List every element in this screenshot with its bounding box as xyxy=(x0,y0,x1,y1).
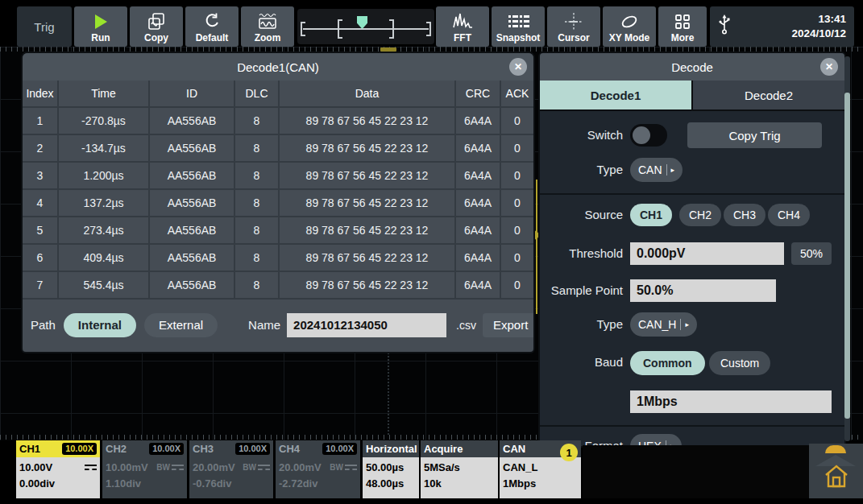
trigger-level-line[interactable] xyxy=(536,180,537,314)
tab-decode1[interactable]: Decode1 xyxy=(540,81,691,109)
source-ch3-button[interactable]: CH3 xyxy=(724,204,765,226)
ch1-probe-badge: 10.00X xyxy=(62,443,97,455)
run-button[interactable]: Run xyxy=(74,6,127,47)
drawer-handle-icon[interactable] xyxy=(825,445,846,453)
timebase-value: 50.00µs xyxy=(366,460,404,477)
sample-point-label: Sample Point xyxy=(542,279,623,302)
cursor-label: Cursor xyxy=(558,32,589,43)
ch4-probe-badge: 10.00X xyxy=(322,443,357,455)
top-tick-ruler xyxy=(0,47,863,52)
path-internal-button[interactable]: Internal xyxy=(64,313,136,337)
export-button[interactable]: Export xyxy=(483,313,533,337)
dc-coupling-icon xyxy=(345,465,357,471)
trig-label: Trig xyxy=(34,20,54,34)
can-signal-value: CAN_L xyxy=(503,460,537,477)
clock-panel[interactable]: 13:41 2024/10/12 xyxy=(710,6,854,47)
trigger-position-marker[interactable] xyxy=(380,48,396,52)
name-label: Name xyxy=(248,318,280,332)
trig-button[interactable]: Trig xyxy=(17,6,72,47)
can-baud-value: 1Mbps xyxy=(503,476,536,493)
play-icon xyxy=(95,11,107,32)
channel1-tile[interactable]: CH1 10.00X 10.00V 0.00div xyxy=(16,440,100,498)
copy-label: Copy xyxy=(144,32,168,43)
table-row[interactable]: 5 273.4µs AA556AB 8 89 78 67 56 45 22 23… xyxy=(23,217,533,245)
copy-button[interactable]: Copy xyxy=(130,6,183,47)
cursor-crosshair-icon xyxy=(564,11,583,32)
zoom-waveform-icon xyxy=(257,11,278,32)
cursor-button[interactable]: Cursor xyxy=(547,6,600,47)
zoom-label: Zoom xyxy=(255,32,281,43)
more-grid-icon xyxy=(674,11,691,32)
switch-label: Switch xyxy=(542,123,623,147)
dc-coupling-icon xyxy=(85,465,97,471)
baud-common-button[interactable]: Common xyxy=(630,351,705,375)
horizontal-tile[interactable]: Horizontal 50.00µs 48.00µs xyxy=(363,440,419,498)
filename-input[interactable] xyxy=(287,313,446,337)
table-header-row: Index Time ID DLC Data CRC ACK xyxy=(23,81,533,108)
default-label: Default xyxy=(196,32,229,43)
signal-type-dropdown[interactable]: CAN_H▸ xyxy=(630,312,697,337)
channel3-tile[interactable]: CH3 10.00X 20.00mV BW -0.76div xyxy=(189,440,273,498)
baud-rate-input[interactable]: 1Mbps xyxy=(630,390,832,413)
snapshot-label: Snapshot xyxy=(496,32,541,43)
table-row[interactable]: 6 409.4µs AA556AB 8 89 78 67 56 45 22 23… xyxy=(23,245,533,272)
run-label: Run xyxy=(91,32,110,43)
acquire-tile[interactable]: Acquire 5MSa/s 10k xyxy=(421,440,498,498)
threshold-input[interactable]: 0.000pV xyxy=(630,242,784,265)
col-crc: CRC xyxy=(456,81,501,108)
ch1-name: CH1 xyxy=(19,443,40,455)
source-ch2-button[interactable]: CH2 xyxy=(679,204,721,226)
zoom-button[interactable]: Zoom xyxy=(241,6,294,47)
memory-depth-value: 10k xyxy=(424,476,442,493)
xy-mode-label: XY Mode xyxy=(609,32,649,43)
bottom-edge xyxy=(0,498,863,504)
bw-limit-indicator: BW xyxy=(330,461,343,474)
fft-label: FFT xyxy=(454,32,471,43)
timeline-trigger-marker[interactable] xyxy=(357,16,367,29)
table-row[interactable]: 3 1.200µs AA556AB 8 89 78 67 56 45 22 23… xyxy=(23,163,533,190)
ch2-name: CH2 xyxy=(106,443,127,455)
ch2-probe-badge: 10.00X xyxy=(149,443,184,455)
table-row[interactable]: 7 545.4µs AA556AB 8 89 78 67 56 45 22 23… xyxy=(23,272,533,300)
table-row[interactable]: 1 -270.8µs AA556AB 8 89 78 67 56 45 22 2… xyxy=(23,108,533,135)
ch2-offset: 1.10div xyxy=(106,476,141,493)
baud-custom-button[interactable]: Custom xyxy=(709,351,770,375)
table-row[interactable]: 4 137.2µs AA556AB 8 89 78 67 56 45 22 23… xyxy=(23,190,533,217)
tab-decode2[interactable]: Decode2 xyxy=(693,81,844,109)
close-icon[interactable]: ✕ xyxy=(509,58,527,76)
channel4-tile[interactable]: CH4 10.00X 20.00mV BW -2.72div xyxy=(276,440,360,498)
default-reset-icon xyxy=(202,11,222,32)
home-button[interactable] xyxy=(822,461,851,494)
default-button[interactable]: Default xyxy=(185,6,239,47)
col-ack: ACK xyxy=(501,81,533,108)
usb-icon xyxy=(718,14,731,39)
source-ch1-button[interactable]: CH1 xyxy=(630,204,672,226)
source-ch4-button[interactable]: CH4 xyxy=(768,204,810,226)
panel-scrollbar[interactable] xyxy=(844,56,850,441)
bw-limit-indicator: BW xyxy=(156,461,170,474)
decode-switch-toggle[interactable] xyxy=(630,124,667,147)
bus-type-dropdown[interactable]: CAN▸ xyxy=(630,158,683,182)
file-extension: .csv xyxy=(456,319,476,332)
table-row[interactable]: 2 -134.7µs AA556AB 8 89 78 67 56 45 22 2… xyxy=(23,135,533,163)
acquisition-timeline[interactable] xyxy=(297,9,434,44)
copy-trig-button[interactable]: Copy Trig xyxy=(687,122,822,148)
baud-label: Baud xyxy=(542,350,623,374)
xy-mode-button[interactable]: XY Mode xyxy=(603,6,656,47)
close-icon[interactable]: ✕ xyxy=(820,58,838,76)
more-label: More xyxy=(671,32,695,43)
fft-button[interactable]: FFT xyxy=(436,6,489,47)
ch2-scale: 10.00mV xyxy=(106,460,148,477)
snapshot-button[interactable]: Snapshot xyxy=(492,6,545,47)
more-button[interactable]: More xyxy=(658,6,707,47)
col-data: Data xyxy=(280,81,456,108)
scrollbar-thumb[interactable] xyxy=(844,93,850,419)
decode-panel-title: Decode xyxy=(671,60,713,74)
dc-coupling-icon xyxy=(258,465,270,471)
channel2-tile[interactable]: CH2 10.00X 10.00mV BW 1.10div xyxy=(102,440,187,498)
sample-point-input[interactable]: 50.0% xyxy=(630,279,776,302)
format-dropdown[interactable]: HEX▸ xyxy=(630,434,682,446)
delay-value: 48.00µs xyxy=(366,476,404,493)
path-external-button[interactable]: External xyxy=(144,313,218,337)
threshold-50pct-button[interactable]: 50% xyxy=(791,242,832,265)
